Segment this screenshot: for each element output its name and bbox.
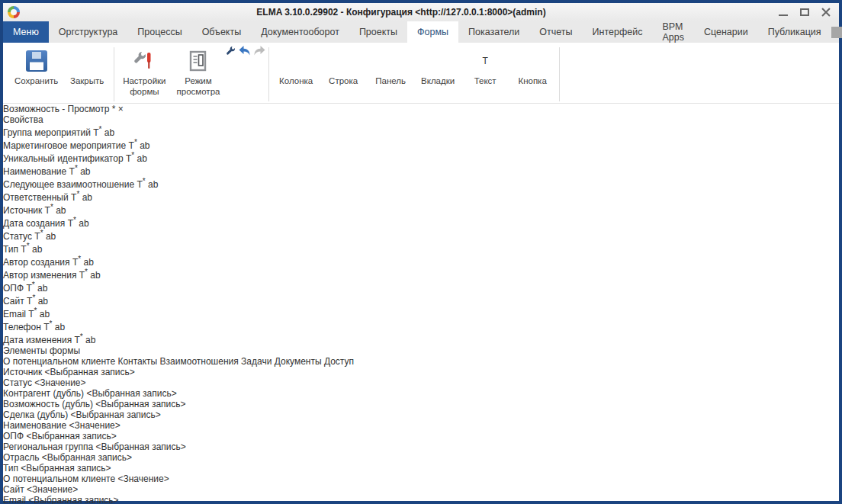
save-button[interactable]: Сохранить <box>9 46 63 90</box>
form-field-row[interactable]: Отрасль <Выбранная запись> <box>3 452 839 463</box>
required-text-icon[interactable]: T* <box>137 179 145 190</box>
form-tab[interactable]: Взаимоотношения <box>160 356 239 367</box>
field-value[interactable]: <Выбранная запись> <box>42 452 132 463</box>
view-mode-button[interactable]: Режим просмотра <box>172 46 226 101</box>
selected-tabs-container[interactable]: О потенциальном клиенте Контакты Взаимоо… <box>3 356 839 504</box>
field-value[interactable]: <Значение> <box>117 474 169 484</box>
property-row[interactable]: Дата изменения T* ab <box>3 332 839 345</box>
right-column-panel[interactable]: Сайт <Значение> Email <Выбранная запись> <box>3 484 839 504</box>
form-tab[interactable]: О потенциальном клиенте <box>3 356 115 367</box>
ab-text-icon[interactable]: ab <box>56 205 66 216</box>
minimize-button[interactable] <box>778 8 789 17</box>
menu-tab[interactable]: Проекты <box>349 21 407 43</box>
menu-tab[interactable]: Оргструктура <box>49 21 127 43</box>
menu-tab[interactable]: Документооборот <box>251 21 349 43</box>
property-row[interactable]: Источник T* ab <box>3 203 839 216</box>
property-row[interactable]: Автор изменения T* ab <box>3 268 839 281</box>
field-value[interactable]: <Выбранная запись> <box>96 441 186 452</box>
quick-settings-button[interactable] <box>225 48 238 59</box>
required-text-icon[interactable]: T* <box>69 166 78 177</box>
form-field-row[interactable]: Региональная группа <Выбранная запись> <box>3 441 839 452</box>
form-field-row[interactable]: Сделка (дубль) <Выбранная запись> <box>3 409 839 420</box>
property-row[interactable]: Телефон T* ab <box>3 319 839 332</box>
ab-text-icon[interactable]: ab <box>38 296 48 307</box>
required-text-icon[interactable]: T* <box>79 270 88 281</box>
menu-tab[interactable]: Меню <box>3 21 49 43</box>
form-tab[interactable]: Задачи <box>241 356 272 367</box>
close-form-button[interactable]: Закрыть <box>63 46 111 90</box>
undo-button[interactable] <box>239 48 253 59</box>
form-field-row[interactable]: ОПФ <Выбранная запись> <box>3 431 839 441</box>
form-field-row[interactable]: Сайт <Значение> <box>3 484 839 495</box>
property-row[interactable]: ОПФ T* ab <box>3 281 839 294</box>
property-row[interactable]: Дата создания T* ab <box>3 216 839 229</box>
property-row[interactable]: Сайт T* ab <box>3 294 839 307</box>
field-value[interactable]: <Выбранная запись> <box>26 431 116 441</box>
element-tabs-button[interactable]: Вкладки <box>414 46 461 90</box>
ab-text-icon[interactable]: ab <box>104 127 114 138</box>
required-text-icon[interactable]: T* <box>43 322 52 332</box>
form-tab[interactable]: Документы <box>275 356 322 367</box>
required-text-icon[interactable]: T* <box>28 309 37 319</box>
field-value[interactable]: <Выбранная запись> <box>45 367 135 377</box>
ab-text-icon[interactable]: ab <box>37 283 47 294</box>
required-text-icon[interactable]: T* <box>21 244 29 255</box>
property-row[interactable]: Группа мероприятий T* ab <box>3 125 839 138</box>
field-value[interactable]: <Значение> <box>27 484 78 495</box>
required-text-icon[interactable]: T* <box>27 296 35 307</box>
document-tab[interactable]: Возможность - Просмотр * × <box>3 104 124 114</box>
required-text-icon[interactable]: T* <box>26 283 34 294</box>
maximize-button[interactable] <box>799 8 810 17</box>
field-value[interactable]: <Значение> <box>69 420 121 431</box>
form-field-row[interactable]: О потенциальном клиенте <Значение> <box>3 474 839 484</box>
element-panel-button[interactable]: Панель <box>367 46 414 90</box>
required-text-icon[interactable]: T* <box>72 257 81 268</box>
ab-text-icon[interactable]: ab <box>32 244 42 255</box>
menu-tab[interactable]: Объекты <box>192 21 252 43</box>
form-tab[interactable]: Контакты <box>117 356 157 367</box>
element-button-button[interactable]: Кнопка <box>509 46 556 90</box>
field-value[interactable]: <Выбранная запись> <box>86 388 176 399</box>
form-field-row[interactable]: Email <Выбранная запись> <box>3 495 839 504</box>
ab-text-icon[interactable]: ab <box>82 192 92 203</box>
document-tab-close-icon[interactable]: × <box>118 104 124 114</box>
ab-text-icon[interactable]: ab <box>40 309 50 319</box>
max-toggle-knob[interactable] <box>831 27 842 38</box>
ab-text-icon[interactable]: ab <box>140 140 149 151</box>
form-field-row[interactable]: Статус <Значение> <box>3 377 839 388</box>
property-row[interactable]: Следующее взаимоотношение T* ab <box>3 177 839 190</box>
property-row[interactable]: Тип T* ab <box>3 242 839 255</box>
menu-tab[interactable]: Сценарии <box>694 21 758 43</box>
property-row[interactable]: Email T* ab <box>3 307 839 319</box>
field-value[interactable]: <Выбранная запись> <box>28 495 118 504</box>
element-row-button[interactable]: Строка <box>320 46 367 90</box>
required-text-icon[interactable]: T* <box>93 127 101 138</box>
menu-tab[interactable]: Интерфейс <box>583 21 653 43</box>
ab-text-icon[interactable]: ab <box>80 166 90 177</box>
element-text-button[interactable]: T Текст <box>461 46 509 90</box>
menu-tab[interactable]: Показатели <box>458 21 529 43</box>
form-elements-section[interactable]: Элементы формы <box>3 345 839 356</box>
ab-text-icon[interactable]: ab <box>55 322 65 332</box>
menu-tab[interactable]: Публикация <box>758 21 831 43</box>
redo-button[interactable] <box>253 48 265 59</box>
close-button[interactable] <box>821 8 831 17</box>
required-text-icon[interactable]: T* <box>126 153 134 164</box>
ab-text-icon[interactable]: ab <box>84 257 94 268</box>
required-text-icon[interactable]: T* <box>71 192 79 203</box>
form-field-row[interactable]: Возможность (дубль) <Выбранная запись> <box>3 399 839 409</box>
required-text-icon[interactable]: T* <box>45 205 53 216</box>
ab-text-icon[interactable]: ab <box>79 218 88 229</box>
ab-text-icon[interactable]: ab <box>85 335 95 345</box>
field-value[interactable]: <Выбранная запись> <box>95 399 185 409</box>
max-toggle[interactable]: MAX <box>831 21 842 43</box>
ab-text-icon[interactable]: ab <box>137 153 147 164</box>
form-field-row[interactable]: Тип <Выбранная запись> <box>3 463 839 474</box>
menu-tab[interactable]: Процессы <box>127 21 191 43</box>
form-field-row[interactable]: Наименование <Значение> <box>3 420 839 431</box>
required-text-icon[interactable]: T* <box>75 335 83 345</box>
field-value[interactable]: <Выбранная запись> <box>21 463 111 474</box>
left-column-panel[interactable]: Источник <Выбранная запись> Статус <Знач… <box>3 367 839 484</box>
ab-text-icon[interactable]: ab <box>148 179 158 190</box>
ab-text-icon[interactable]: ab <box>46 231 56 242</box>
